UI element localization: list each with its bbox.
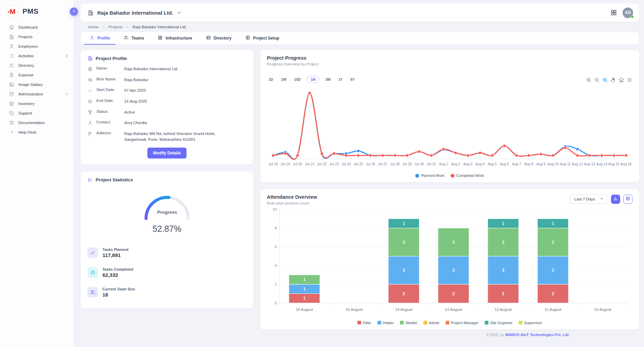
- svg-text:Aug 4: Aug 4: [476, 162, 485, 166]
- avatar[interactable]: AD: [623, 7, 633, 18]
- chevron-down-icon: [600, 197, 604, 201]
- range-1m-button[interactable]: 1M: [307, 76, 319, 83]
- chart-toolbar: [586, 77, 632, 83]
- chevron-right-icon: [126, 25, 129, 29]
- breadcrumb-home[interactable]: Home: [88, 25, 99, 29]
- zoom-select-icon[interactable]: [602, 77, 608, 83]
- svg-text:2: 2: [403, 291, 405, 296]
- table-icon: [625, 196, 630, 202]
- svg-text:3: 3: [403, 268, 405, 273]
- svg-text:16 August: 16 August: [296, 307, 313, 312]
- sidebar-item-activities[interactable]: Activities: [0, 51, 74, 61]
- svg-text:3: 3: [452, 240, 455, 245]
- svg-text:1: 1: [502, 221, 504, 226]
- legend-site-engineer[interactable]: Site Engineer: [485, 321, 513, 325]
- sidebar-item-image-gallary[interactable]: Image Gallary: [0, 80, 74, 89]
- breadcrumb-projects[interactable]: Projects: [109, 25, 123, 29]
- svg-text:3: 3: [403, 240, 405, 245]
- pan-icon[interactable]: [610, 77, 616, 83]
- zoom-in-icon[interactable]: [586, 77, 592, 83]
- image-gallary-icon: [9, 82, 14, 87]
- sidebar-item-inventory[interactable]: Inventory: [0, 99, 74, 108]
- id-card-icon: [206, 35, 211, 41]
- table-view-toggle[interactable]: [623, 195, 632, 204]
- line-chart[interactable]: Jul 18Jul 19Jul 20Jul 21Jul 22Jul 23Jul …: [267, 84, 632, 173]
- profile-card-title: Project Profile: [96, 56, 127, 61]
- support-icon: [9, 110, 14, 116]
- sidebar-item-support[interactable]: Support: [0, 108, 74, 118]
- sidebar-item-projects[interactable]: Projects: [0, 32, 74, 42]
- zoom-out-icon[interactable]: [594, 77, 600, 83]
- top-header: Raja Bahadur International Ltd. AD: [81, 3, 639, 22]
- legend-admin[interactable]: Admin: [423, 321, 439, 325]
- people-icon: [124, 35, 129, 41]
- app-logo[interactable]: M PMS: [0, 3, 74, 22]
- project-progress-card: Project Progress Progress Overview by Pr…: [260, 50, 639, 182]
- company-selector[interactable]: Raja Bahadur International Ltd.: [87, 10, 182, 16]
- menu-icon[interactable]: [627, 77, 632, 83]
- sidebar-item-help-desk[interactable]: Help Desk: [0, 127, 74, 137]
- sidebar-item-dashboard[interactable]: Dashboard: [0, 22, 74, 32]
- apps-grid-button[interactable]: [610, 9, 617, 16]
- range-1w-button[interactable]: 1W: [279, 76, 288, 83]
- svg-text:Aug 11: Aug 11: [560, 162, 571, 166]
- legend-welder[interactable]: Welder: [400, 321, 417, 325]
- employees-icon: [9, 44, 14, 49]
- svg-text:Jul 26: Jul 26: [366, 162, 375, 166]
- building-icon: [87, 10, 94, 16]
- sidebar-collapse-button[interactable]: [70, 7, 78, 16]
- range-3m-button[interactable]: 3M: [324, 76, 332, 83]
- svg-text:2: 2: [275, 282, 277, 286]
- sidebar-item-administration[interactable]: Administration: [0, 89, 74, 99]
- attendance-overview-card: Attendance Overview Role-wise present co…: [260, 189, 639, 330]
- sidebar-item-expense[interactable]: Expense: [0, 70, 74, 80]
- profile-field-nick-name-: Nick Name: Raja Bahadur: [87, 77, 246, 83]
- range-5y-button[interactable]: 5Y: [349, 76, 356, 83]
- trophy-icon: [87, 110, 93, 115]
- projects-icon: [9, 34, 14, 40]
- sidebar-item-documentation[interactable]: Documentation: [0, 118, 74, 127]
- svg-text:Jul 25: Jul 25: [354, 162, 363, 166]
- legend-completed-work[interactable]: Completed Work: [451, 174, 484, 178]
- attendance-bar-chart[interactable]: 024681011116 August15 August233114 Augus…: [267, 207, 632, 320]
- footer: © 2025, by MARCO AIoT Technologies Pvt. …: [81, 330, 639, 340]
- tab-directory[interactable]: Directory: [200, 32, 237, 45]
- chart-view-toggle[interactable]: [611, 195, 620, 204]
- tab-project-setup[interactable]: Project Setup: [240, 32, 285, 45]
- home-icon[interactable]: [618, 77, 624, 83]
- tab-teams[interactable]: Teams: [118, 32, 149, 45]
- svg-text:Jul 30: Jul 30: [415, 162, 424, 166]
- legend-supervisor[interactable]: Supervisor: [519, 321, 542, 325]
- legend-fitter[interactable]: Fitter: [357, 321, 371, 325]
- directory-icon: [9, 63, 14, 68]
- svg-text:Jul 27: Jul 27: [378, 162, 388, 166]
- time-range-group: 1D1W15D1M3M1Y5Y: [267, 76, 356, 83]
- tab-profile[interactable]: Profile: [84, 32, 115, 45]
- svg-text:6: 6: [275, 245, 277, 249]
- range-15d-button[interactable]: 15D: [292, 76, 302, 83]
- progress-value: 52.87%: [140, 224, 194, 234]
- legend-project-manager[interactable]: Project Manager: [446, 321, 479, 325]
- sidebar: M PMS Dashboard Projects Employees Activ…: [0, 0, 74, 347]
- legend-helper[interactable]: Helper: [377, 321, 394, 325]
- svg-text:Aug 16: Aug 16: [621, 162, 632, 166]
- progress-chart-subtitle: Progress Overview by Project: [267, 62, 632, 66]
- svg-text:2: 2: [502, 291, 504, 296]
- svg-text:Jul 28: Jul 28: [390, 162, 400, 166]
- svg-text:Aug 6: Aug 6: [500, 162, 509, 166]
- svg-text:Aug 8: Aug 8: [524, 162, 533, 166]
- modify-details-button[interactable]: Modify Details: [147, 148, 187, 159]
- date-range-select[interactable]: Last 7 Days: [570, 194, 608, 204]
- sidebar-item-directory[interactable]: Directory: [0, 61, 74, 70]
- gear-icon: [87, 66, 93, 72]
- svg-text:Aug 13: Aug 13: [584, 162, 595, 166]
- company-link[interactable]: MARCO AIoT Technologies Pvt. Ltd.: [505, 333, 569, 337]
- tab-infrastructure[interactable]: Infrastructure: [152, 32, 197, 45]
- range-1y-button[interactable]: 1Y: [337, 76, 344, 83]
- sidebar-item-employees[interactable]: Employees: [0, 42, 74, 51]
- legend-planned-work[interactable]: Planned Work: [415, 174, 445, 178]
- range-1d-button[interactable]: 1D: [267, 76, 275, 83]
- svg-text:Aug 15: Aug 15: [608, 162, 619, 166]
- stats-card-title: Project Statistics: [96, 177, 133, 182]
- svg-text:Jul 29: Jul 29: [402, 162, 412, 166]
